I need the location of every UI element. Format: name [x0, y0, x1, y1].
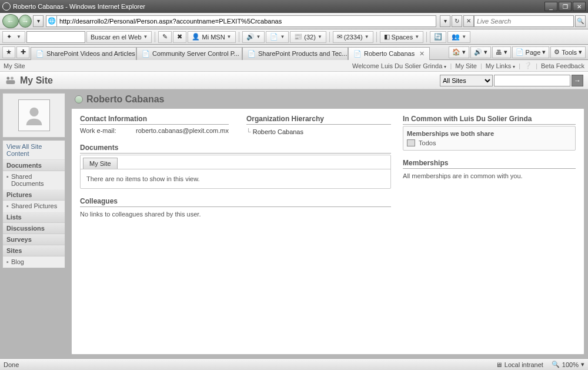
people-icon: [5, 75, 16, 86]
site-search-go[interactable]: →: [572, 75, 583, 86]
mail-button[interactable]: ✉(2334)▼: [333, 31, 373, 43]
command-bar: 🏠▾ 🔊▾ 🖶▾ 📄Page▾ ⚙Tools▾: [449, 46, 586, 58]
svg-point-1: [11, 76, 14, 79]
in-common-header: In Common with Luis Du Solier Grinda: [403, 115, 576, 125]
toolbar-logo[interactable]: ✦▼: [2, 31, 25, 43]
home-button[interactable]: 🏠▾: [449, 46, 469, 58]
shared-membership-item[interactable]: Todos: [407, 139, 572, 146]
nav-item-shared-pictures[interactable]: ▪Shared Pictures: [3, 201, 65, 212]
site-search-input[interactable]: [494, 75, 570, 86]
org-node-self[interactable]: Roberto Cabanas: [253, 128, 391, 135]
add-favorite-button[interactable]: ✚: [16, 46, 29, 58]
sp-global-nav: My Site Welcome Luis Du Solier Grinda ▾ …: [0, 60, 588, 72]
view-all-content-link[interactable]: View All Site Content: [3, 141, 65, 160]
recent-dropdown[interactable]: ▾: [33, 15, 44, 27]
documents-header: Documents: [80, 144, 391, 154]
search-engine-button[interactable]: Buscar en el Web▼: [86, 31, 152, 43]
mimsn-button[interactable]: 👤Mi MSN▼: [188, 31, 235, 43]
separator: [376, 32, 377, 42]
nav-item-blog[interactable]: ▪Blog: [3, 256, 65, 268]
nav-header-surveys[interactable]: Surveys: [3, 234, 65, 245]
window-titlebar: Roberto Cabanas - Windows Internet Explo…: [0, 0, 588, 13]
minimize-button[interactable]: _: [544, 2, 557, 11]
content-box: Contact Information Work e-mail: roberto…: [71, 108, 584, 355]
zoom-control[interactable]: 🔍 100% ▾: [552, 361, 584, 368]
nav-header-lists[interactable]: Lists: [3, 212, 65, 223]
group-icon: [407, 139, 415, 146]
colleagues-empty-text: No links to colleagues shared by this us…: [80, 208, 391, 218]
search-go-button[interactable]: 🔍: [575, 15, 586, 27]
memberships-note: All memberships are in common with you.: [403, 170, 576, 179]
spaces-button[interactable]: ◧Spaces▼: [380, 31, 424, 43]
nav-header-sites[interactable]: Sites: [3, 245, 65, 256]
profile-title: Roberto Cabanas: [71, 94, 584, 108]
address-input[interactable]: [56, 15, 436, 27]
org-hierarchy-section: Organization Hierarchy Roberto Cabanas: [246, 115, 391, 135]
intranet-icon: 🖥: [496, 361, 502, 368]
tab-roberto-cabanas[interactable]: 📄Roberto Cabanas✕: [348, 47, 430, 60]
mysite-link[interactable]: My Site: [455, 62, 477, 69]
forward-button[interactable]: →: [19, 15, 32, 28]
beta-feedback-link[interactable]: Beta Feedback: [541, 62, 584, 69]
browser-toolbar: ✦▼ Buscar en el Web▼ ✎ ✖ 👤Mi MSN▼ 🔊▼ 📄▼ …: [0, 29, 588, 45]
print-button[interactable]: 🖶▾: [492, 46, 511, 58]
work-email-value[interactable]: roberto.cabanas@plexit.com.mx: [136, 127, 229, 134]
main-column: Roberto Cabanas Contact Information Work…: [68, 89, 588, 358]
memberships-section: Memberships All memberships are in commo…: [403, 159, 576, 179]
maximize-button[interactable]: ❐: [559, 2, 572, 11]
address-dropdown[interactable]: ▾: [440, 15, 450, 27]
separator: [426, 32, 427, 42]
colleagues-section: Colleagues No links to colleagues shared…: [80, 197, 391, 218]
welcome-menu[interactable]: Welcome Luis Du Solier Grinda ▾: [352, 62, 446, 69]
messenger-button[interactable]: 👥▼: [447, 31, 470, 43]
popup-button[interactable]: ✖: [173, 31, 186, 43]
stop-button[interactable]: ✕: [463, 15, 474, 27]
toolbar-search-input[interactable]: [26, 31, 85, 43]
tools-menu[interactable]: ⚙Tools▾: [550, 46, 586, 58]
work-email-label: Work e-mail:: [80, 127, 136, 134]
close-button[interactable]: ✕: [573, 2, 586, 11]
highlight-button[interactable]: ✎: [158, 31, 172, 43]
page-title: My Site: [20, 75, 440, 86]
left-column: View All Site Content Documents ▪Shared …: [0, 89, 68, 358]
documents-section: Documents My Site There are no items to …: [80, 144, 391, 189]
documents-tab-mysite[interactable]: My Site: [83, 158, 118, 169]
site-search: All Sites →: [440, 75, 583, 86]
rss-count-button[interactable]: 📰(32)▼: [290, 31, 326, 43]
nav-item-shared-documents[interactable]: ▪Shared Documents: [3, 171, 65, 189]
favorites-button[interactable]: ★: [2, 46, 15, 58]
security-zone[interactable]: 🖥 Local intranet: [496, 361, 543, 368]
sync-button[interactable]: 🔄: [430, 31, 446, 43]
quick-launch: View All Site Content Documents ▪Shared …: [2, 140, 65, 268]
tab-sharepoint-products[interactable]: 📄SharePoint Products and Tec...: [242, 47, 348, 60]
shared-memberships-title: Memberships we both share: [407, 130, 572, 137]
nav-header-discussions[interactable]: Discussions: [3, 223, 65, 234]
feeds-tool-button[interactable]: 🔊▾: [470, 46, 491, 58]
window-title: Roberto Cabanas - Windows Internet Explo…: [13, 3, 543, 10]
help-button[interactable]: ❔: [524, 62, 532, 69]
rss-button[interactable]: 🔊▼: [242, 31, 265, 43]
mylinks-menu[interactable]: My Links ▾: [486, 62, 515, 69]
tab-sharepoint-videos[interactable]: 📄SharePoint Videos and Articles: [31, 47, 136, 60]
close-icon[interactable]: ✕: [419, 50, 425, 58]
contact-info-header: Contact Information: [80, 115, 229, 125]
search-scope-select[interactable]: All Sites: [440, 75, 493, 86]
content-left: Contact Information Work e-mail: roberto…: [80, 115, 391, 226]
status-done: Done: [4, 361, 496, 368]
feeds-button[interactable]: 📄▼: [266, 31, 289, 43]
ie-icon: [2, 2, 11, 11]
nav-header-documents[interactable]: Documents: [3, 160, 65, 171]
page-menu[interactable]: 📄Page▾: [512, 46, 550, 58]
live-search-input[interactable]: [474, 15, 574, 27]
profile-name: Roberto Cabanas: [86, 94, 164, 105]
tab-community-server[interactable]: 📄Community Server Control P...: [136, 47, 242, 60]
back-button[interactable]: ←: [2, 14, 19, 28]
svg-rect-2: [6, 80, 15, 84]
zoom-icon: 🔍: [552, 361, 560, 368]
contact-info-section: Contact Information Work e-mail: roberto…: [80, 115, 229, 135]
nav-header-pictures[interactable]: Pictures: [3, 189, 65, 201]
browser-tab-row: ★ ✚ 📄SharePoint Videos and Articles 📄Com…: [0, 45, 588, 60]
sp-breadcrumb[interactable]: My Site: [4, 62, 25, 69]
browser-nav-bar: ← → ▾ 🌐 ▾ ↻ ✕ 🔍: [0, 13, 588, 29]
refresh-button[interactable]: ↻: [452, 15, 462, 27]
